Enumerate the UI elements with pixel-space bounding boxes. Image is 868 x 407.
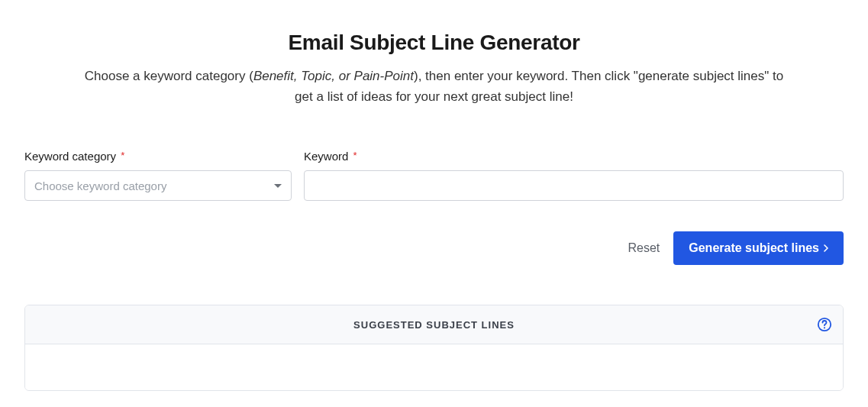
generate-button-label: Generate subject lines [689, 241, 819, 255]
subtitle-pre: Choose a keyword category ( [85, 69, 253, 83]
results-panel: SUGGESTED SUBJECT LINES [24, 305, 844, 391]
reset-button[interactable]: Reset [628, 241, 660, 255]
page-subtitle: Choose a keyword category (Benefit, Topi… [83, 66, 786, 107]
subtitle-italic: Benefit, Topic, or Pain-Point [253, 69, 414, 83]
button-row: Reset Generate subject lines [24, 231, 844, 265]
category-select-placeholder: Choose keyword category [34, 179, 166, 192]
category-label-text: Keyword category [24, 150, 116, 163]
panel-title: SUGGESTED SUBJECT LINES [353, 319, 515, 331]
generate-button[interactable]: Generate subject lines [673, 231, 844, 265]
page-title: Email Subject Line Generator [24, 31, 844, 55]
keyword-label: Keyword * [304, 150, 844, 163]
keyword-label-text: Keyword [304, 150, 348, 163]
keyword-input[interactable] [304, 170, 844, 201]
required-mark: * [353, 150, 357, 161]
svg-point-1 [824, 328, 825, 329]
help-icon[interactable] [817, 317, 832, 332]
required-mark: * [121, 150, 124, 161]
category-label: Keyword category * [24, 150, 292, 163]
panel-body [25, 344, 843, 390]
chevron-right-icon [824, 241, 828, 255]
category-select[interactable]: Choose keyword category [24, 170, 292, 201]
header: Email Subject Line Generator Choose a ke… [24, 31, 844, 107]
panel-header: SUGGESTED SUBJECT LINES [25, 305, 843, 344]
form-row: Keyword category * Choose keyword catego… [24, 150, 844, 201]
